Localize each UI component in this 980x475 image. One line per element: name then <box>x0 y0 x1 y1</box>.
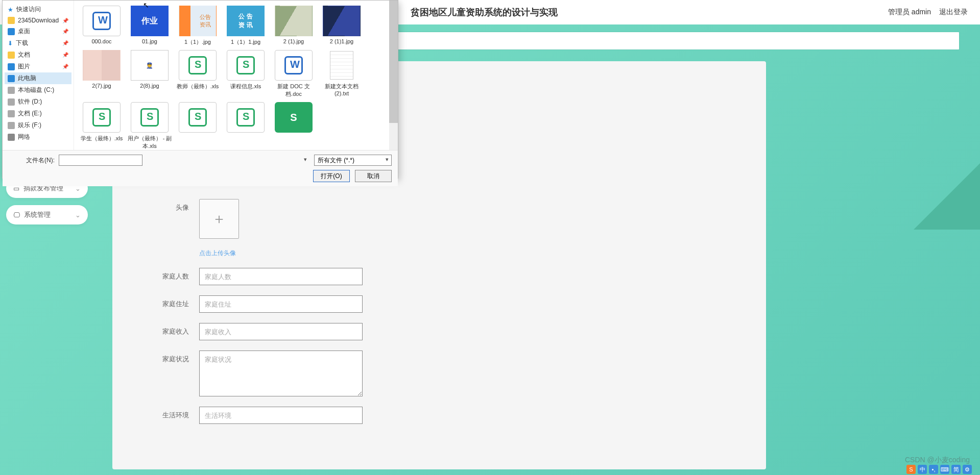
xls-icon <box>92 108 111 127</box>
image-thumb: 公 告资 讯 <box>227 6 265 36</box>
family-address-input[interactable] <box>199 295 363 313</box>
filename-input[interactable] <box>59 155 142 166</box>
tree-item-label: 桌面 <box>18 27 30 36</box>
file-name-label: 2 (1).jpg <box>283 38 304 44</box>
dialog-nav-tree: ★快速访问2345Download📌桌面📌⬇下载📌文档📌图片📌此电脑本地磁盘 (… <box>3 1 74 150</box>
file-item[interactable]: 用户（最终） - 副本.xls <box>127 102 172 150</box>
file-filter-select[interactable] <box>314 155 392 166</box>
pin-icon: 📌 <box>62 40 68 46</box>
tree-item-快速访问[interactable]: ★快速访问 <box>5 4 71 15</box>
ime-item[interactable]: •, <box>929 465 938 474</box>
ime-item[interactable]: ⌨ <box>940 465 949 474</box>
ime-item[interactable]: S <box>906 465 916 474</box>
cancel-button[interactable]: 取消 <box>355 170 392 182</box>
tree-item-label: 网络 <box>18 133 30 141</box>
tree-item-label: 文档 <box>18 51 30 59</box>
tree-item-此电脑[interactable]: 此电脑 <box>5 72 71 84</box>
field-label-4: 生活环境 <box>148 407 189 420</box>
file-name-label: 2(7).jpg <box>92 83 111 89</box>
page-title: 贫困地区儿童资助系统的设计与实现 <box>411 6 558 18</box>
ime-item[interactable]: ⚙ <box>963 465 972 474</box>
image-thumb <box>83 50 121 81</box>
tree-item-下载[interactable]: ⬇下载📌 <box>5 37 71 49</box>
file-item[interactable]: 新建文本文档(2).txt <box>319 50 364 98</box>
living-env-input[interactable] <box>199 407 363 424</box>
tree-item-图片[interactable]: 图片📌 <box>5 61 71 72</box>
file-name-label: 1（1）.jpg <box>184 38 211 46</box>
dialog-file-pane: 000.doc作业01.jpg公告资讯1（1）.jpg公 告资 讯1（1）1.j… <box>74 1 398 150</box>
avatar-upload-button[interactable]: ＋ <box>199 199 239 239</box>
tree-item-label: 娱乐 (F:) <box>18 121 41 130</box>
xls-icon <box>236 108 255 127</box>
ime-toolbar: S中•,⌨简⚙ <box>906 465 972 474</box>
file-name-label: 新建文本文档(2).txt <box>319 83 364 96</box>
file-item[interactable]: 公 告资 讯1（1）1.jpg <box>223 6 268 46</box>
file-item[interactable]: S <box>271 102 316 150</box>
field-label-3: 家庭状况 <box>148 351 189 364</box>
xls-icon <box>188 108 207 127</box>
avatar-label: 头像 <box>148 199 189 212</box>
tree-item-本地磁盘 (C:)[interactable]: 本地磁盘 (C:) <box>5 84 71 96</box>
file-item[interactable]: 000.doc <box>79 6 124 46</box>
file-open-dialog: ★快速访问2345Download📌桌面📌⬇下载📌文档📌图片📌此电脑本地磁盘 (… <box>2 0 398 179</box>
filename-label: 文件名(N): <box>9 156 55 165</box>
image-thumb <box>323 6 361 36</box>
tree-item-软件 (D:)[interactable]: 软件 (D:) <box>5 96 71 108</box>
ime-item[interactable]: 中 <box>918 465 927 474</box>
family-count-input[interactable] <box>199 268 363 285</box>
file-item[interactable]: 公告资讯1（1）.jpg <box>175 6 220 46</box>
word-icon <box>92 12 111 30</box>
file-item[interactable] <box>175 102 220 150</box>
tree-item-label: 图片 <box>18 62 30 71</box>
file-name-label: 000.doc <box>91 38 111 44</box>
xls-icon <box>236 56 255 74</box>
file-item[interactable]: 作业01.jpg <box>127 6 172 46</box>
deco-triangle <box>914 163 980 230</box>
family-status-textarea[interactable] <box>199 351 363 396</box>
avatar-hint[interactable]: 点击上传头像 <box>199 249 751 258</box>
file-item[interactable]: 新建 DOC 文档.doc <box>271 50 316 98</box>
pin-icon: 📌 <box>62 29 68 34</box>
nav-system-mgmt[interactable]: 🖵 系统管理 ⌄ <box>6 205 88 224</box>
plus-icon: ＋ <box>212 209 226 229</box>
tree-item-文档 (E:)[interactable]: 文档 (E:) <box>5 108 71 119</box>
field-label-1: 家庭住址 <box>148 295 189 309</box>
ime-item[interactable]: 简 <box>951 465 961 474</box>
nav-label-1: 系统管理 <box>24 210 51 219</box>
tree-item-label: 下载 <box>16 39 28 47</box>
image-thumb: 作业 <box>131 6 169 36</box>
mouse-cursor-icon: ↖ <box>143 1 149 9</box>
tree-item-网络[interactable]: 网络 <box>5 131 71 143</box>
file-item[interactable] <box>223 102 268 150</box>
field-label-2: 家庭收入 <box>148 323 189 336</box>
file-item[interactable]: 课程信息.xls <box>223 50 268 98</box>
tree-item-2345Download[interactable]: 2345Download📌 <box>5 15 71 26</box>
logout-link[interactable]: 退出登录 <box>939 8 968 17</box>
file-item[interactable]: 2(7).jpg <box>79 50 124 98</box>
file-name-label: 01.jpg <box>142 38 157 44</box>
monitor-icon: 🖵 <box>13 211 20 219</box>
xls-icon <box>188 56 207 74</box>
tree-item-label: 快速访问 <box>16 5 41 14</box>
file-item[interactable]: 2 (1)1.jpg <box>319 6 364 46</box>
file-name-label: 课程信息.xls <box>230 83 261 90</box>
pin-icon: 📌 <box>62 52 68 58</box>
tree-item-桌面[interactable]: 桌面📌 <box>5 26 71 37</box>
file-name-label: 新建 DOC 文档.doc <box>271 83 316 98</box>
file-item[interactable]: 👮2(8).jpg <box>127 50 172 98</box>
scrollbar[interactable] <box>389 1 398 150</box>
tree-item-label: 文档 (E:) <box>18 109 42 118</box>
image-thumb: 公告资讯 <box>179 6 217 36</box>
tree-item-label: 2345Download <box>18 17 59 24</box>
file-item[interactable]: 教师（最终）.xls <box>175 50 220 98</box>
tree-item-娱乐 (F:)[interactable]: 娱乐 (F:) <box>5 119 71 131</box>
family-income-input[interactable] <box>199 323 363 340</box>
file-item[interactable]: 学生（最终）.xls <box>79 102 124 150</box>
open-button[interactable]: 打开(O) <box>313 170 350 182</box>
sidebar: ▭ 捐款发布管理 ⌄ 🖵 系统管理 ⌄ <box>6 179 88 232</box>
image-thumb <box>275 6 313 36</box>
file-name-label: 2 (1)1.jpg <box>330 38 353 44</box>
field-label-0: 家庭人数 <box>148 268 189 281</box>
file-item[interactable]: 2 (1).jpg <box>271 6 316 46</box>
tree-item-文档[interactable]: 文档📌 <box>5 49 71 61</box>
